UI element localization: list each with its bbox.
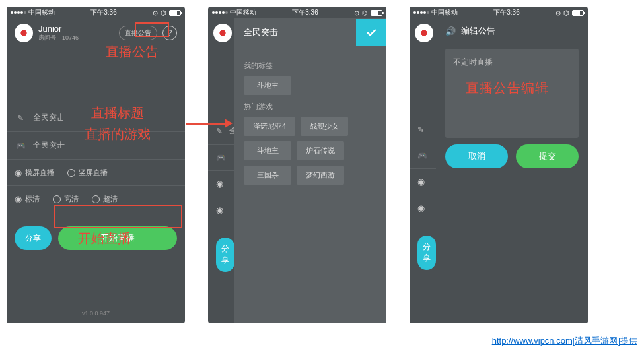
portrait-radio[interactable]: 竖屏直播 [67,168,108,177]
my-tags-list: 斗地主 [244,76,377,95]
uhd-radio[interactable]: 超清 [92,194,118,204]
pencil-icon: ✎ [15,113,26,123]
tag-item[interactable]: 斗地主 [244,141,291,160]
announcement-textarea[interactable]: 不定时直播 [445,49,579,138]
popular-label: 热门游戏 [244,102,377,112]
checkmark-icon [365,26,378,39]
cancel-button[interactable]: 取消 [445,144,508,168]
signal-dots-icon [11,11,26,14]
share-button[interactable]: 分享 [15,226,52,250]
landscape-radio[interactable]: ◉横屏直播 [15,168,54,177]
clock-label: 下午3:36 [90,8,116,17]
tag-item[interactable]: 梦幻西游 [297,166,344,185]
avatar[interactable] [15,24,33,42]
sd-radio[interactable]: ◉标清 [15,194,40,204]
game-value: 全民突击 [33,140,65,151]
tag-item[interactable]: 战舰少女 [301,117,348,136]
edit-title: 编辑公告 [461,25,495,37]
game-input-row[interactable]: 🎮 全民突击 [7,132,185,160]
confirm-button[interactable] [356,19,386,46]
tag-item[interactable]: 泽诺尼亚4 [244,117,295,136]
avatar [415,24,433,42]
popular-games-list: 泽诺尼亚4 战舰少女 斗地主 炉石传说 三国杀 梦幻西游 [244,117,377,185]
battery-icon [169,10,181,16]
user-header: Junior 房间号：10746 直播公告 ? [7,18,185,48]
textarea-content: 不定时直播 [453,57,493,67]
bluetooth-icon: ⌬ [161,9,166,16]
status-bar: 中国移动 下午3:36 ⊙ ⌬ [7,7,185,18]
screen-2-game-picker: 中国移动 下午3:36 ⊙⌬ ✎全 🎮 ◉横 ◉标 分享 全民突击 我的标签 斗… [208,7,386,323]
source-link[interactable]: http://www.vipcn.com[清风手游网]提供 [492,335,637,347]
status-bar: 中国移动 下午3:36 ⊙⌬ [208,7,386,18]
tag-item[interactable]: 斗地主 [244,76,291,95]
screen-3-edit-announcement: 中国移动 下午3:36 ⊙⌬ ✎ 🎮 ◉ ◉ 分享 🔊 编辑公告 不定时直播 取… [410,7,588,323]
edit-announcement-panel: 🔊 编辑公告 不定时直播 取消 提交 [436,18,588,323]
submit-button[interactable]: 提交 [516,144,579,168]
alarm-icon: ⊙ [153,9,158,16]
title-input-row[interactable]: ✎ 全民突击 [7,104,185,132]
carrier-label: 中国移动 [28,8,55,17]
orientation-row: ◉横屏直播 竖屏直播 [7,160,185,185]
my-tags-label: 我的标签 [244,61,377,71]
help-icon[interactable]: ? [162,26,177,40]
tag-item[interactable]: 炉石传说 [297,141,344,160]
user-name: Junior [38,24,79,34]
arrow-annotation [186,119,233,128]
version-label: v1.0.0.947 [7,310,185,317]
tag-item[interactable]: 三国杀 [244,166,291,185]
title-value: 全民突击 [33,112,65,123]
hd-radio[interactable]: 高清 [53,194,79,204]
selected-game: 全民突击 [234,18,356,46]
speaker-icon: 🔊 [445,26,456,36]
quality-row: ◉标清 高清 超清 [7,185,185,212]
avatar [213,24,232,42]
status-bar: 中国移动 下午3:36 ⊙⌬ [410,7,588,18]
screen-1-main: 中国移动 下午3:36 ⊙ ⌬ Junior 房间号：10746 直播公告 ? … [7,7,185,323]
room-id: 房间号：10746 [38,34,79,42]
start-stream-button[interactable]: 开始直播 [58,226,177,250]
gamepad-icon: 🎮 [15,141,26,150]
announcement-button[interactable]: 直播公告 [119,26,157,40]
game-picker-panel: 全民突击 我的标签 斗地主 热门游戏 泽诺尼亚4 战舰少女 斗地主 炉石传说 三… [234,18,386,323]
